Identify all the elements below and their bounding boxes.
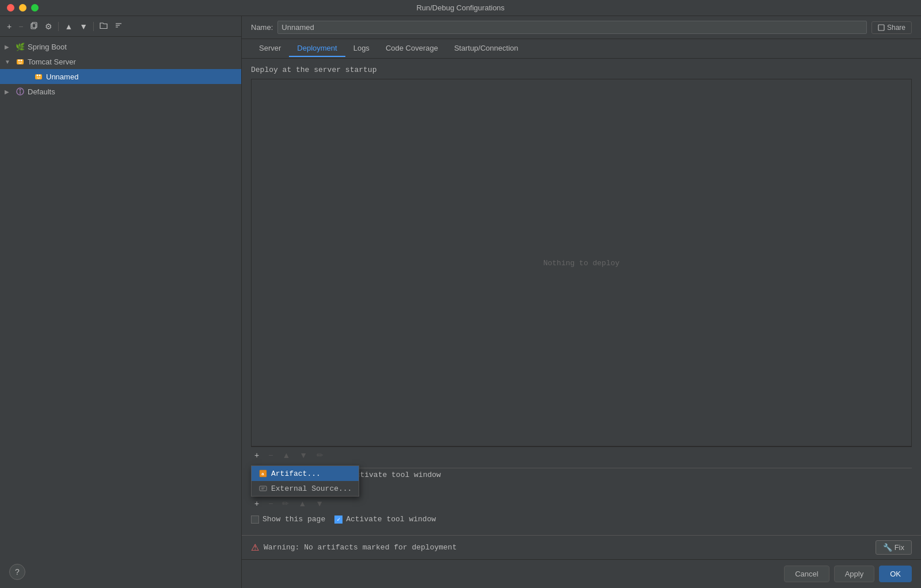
nothing-to-deploy-text: Nothing to deploy	[543, 258, 620, 267]
external-source-label: External Source...	[271, 484, 352, 493]
bl-remove-button[interactable]: −	[265, 498, 276, 509]
tab-logs[interactable]: Logs	[345, 40, 378, 57]
show-page-checkbox[interactable]	[251, 516, 259, 524]
move-up-button[interactable]: ▲	[62, 21, 75, 32]
window-title: Run/Debug Configurations	[416, 3, 504, 12]
defaults-label: Defaults	[28, 87, 55, 96]
svg-point-12	[20, 89, 21, 91]
warning-bar: ⚠ Warning: No artifacts marked for deplo…	[242, 535, 921, 559]
dropdown-external-source-item[interactable]: External Source...	[252, 481, 359, 496]
defaults-icon	[15, 86, 25, 97]
artifact-icon: a	[258, 469, 268, 478]
svg-point-6	[18, 60, 20, 62]
sidebar-item-defaults[interactable]: ▶ Defaults	[0, 84, 241, 99]
deploy-up-button[interactable]: ▲	[279, 449, 294, 461]
fix-icon: 🔧	[883, 543, 892, 552]
svg-point-10	[39, 75, 41, 77]
tab-startup-connection[interactable]: Startup/Connection	[446, 40, 526, 57]
activate-tool-window-option[interactable]: ✓ Activate tool window	[334, 515, 436, 524]
fix-button[interactable]: 🔧 Fix	[876, 540, 912, 555]
share-button[interactable]: Share	[871, 21, 912, 34]
bl-up-button[interactable]: ▲	[295, 498, 310, 509]
action-bar: Cancel Apply OK	[242, 559, 921, 588]
deploy-dropdown-menu: a Artifact... External Source...	[251, 465, 359, 497]
unnamed-icon	[33, 71, 44, 82]
remove-config-button[interactable]: −	[16, 21, 25, 32]
svg-point-9	[37, 75, 39, 77]
tab-code-coverage[interactable]: Code Coverage	[378, 40, 446, 57]
toolbar-separator	[58, 22, 59, 31]
warning-text: Warning: No artifacts marked for deploym…	[264, 543, 871, 552]
sidebar-toolbar: + − ⚙ ▲ ▼	[0, 16, 241, 37]
window-controls[interactable]	[7, 4, 39, 12]
sidebar-item-unnamed[interactable]: Unnamed	[0, 69, 241, 84]
deploy-toolbar: + − ▲ ▼ ✏ a Artifact...	[251, 446, 912, 463]
tomcat-icon	[15, 56, 25, 67]
activate-tool-window-label: Activate tool window	[346, 515, 436, 524]
settings-config-button[interactable]: ⚙	[43, 21, 55, 32]
svg-rect-13	[878, 25, 884, 30]
title-bar: Run/Debug Configurations	[0, 0, 921, 16]
right-panel: Name: Share Server Deployment Logs Code …	[242, 16, 921, 588]
cancel-button[interactable]: Cancel	[784, 566, 829, 582]
name-input[interactable]	[277, 21, 867, 34]
spring-boot-icon: 🌿	[15, 41, 25, 52]
external-source-icon	[258, 484, 268, 493]
add-config-button[interactable]: +	[5, 21, 14, 32]
tree-arrow-spring-boot: ▶	[5, 44, 14, 50]
deploy-edit-button[interactable]: ✏	[313, 449, 327, 461]
ok-button[interactable]: OK	[879, 566, 912, 582]
artifact-label: Artifact...	[271, 469, 321, 478]
spring-boot-label: Spring Boot	[28, 43, 67, 51]
bl-down-button[interactable]: ▼	[312, 498, 327, 509]
move-down-button[interactable]: ▼	[77, 21, 90, 32]
svg-rect-1	[32, 22, 37, 28]
warning-icon: ⚠	[251, 542, 259, 553]
bl-edit-button[interactable]: ✏	[279, 498, 292, 509]
tabs-row: Server Deployment Logs Code Coverage Sta…	[242, 39, 921, 59]
sidebar: + − ⚙ ▲ ▼ ▶ 🌿 Spring Boot	[0, 16, 242, 588]
name-row: Name: Share	[242, 16, 921, 39]
tree-arrow-defaults: ▶	[5, 89, 14, 95]
show-page-option[interactable]: Show this page	[251, 515, 325, 524]
bottom-options: Show this page ✓ Activate tool window	[251, 510, 912, 528]
before-launch-toolbar: + − ✏ ▲ ▼	[251, 497, 912, 510]
tree-arrow-tomcat: ▼	[5, 59, 14, 65]
dropdown-artifact-item[interactable]: a Artifact...	[252, 466, 359, 481]
close-button[interactable]	[7, 4, 14, 12]
activate-tool-window-checkbox[interactable]: ✓	[334, 516, 342, 524]
tab-deployment[interactable]: Deployment	[289, 40, 345, 57]
create-folder-button[interactable]	[97, 20, 110, 32]
minimize-button[interactable]	[19, 4, 26, 12]
sidebar-item-spring-boot[interactable]: ▶ 🌿 Spring Boot	[0, 39, 241, 54]
toolbar-separator-2	[93, 22, 94, 31]
bl-add-button[interactable]: +	[251, 498, 262, 509]
name-label: Name:	[251, 23, 273, 32]
svg-rect-16	[260, 486, 267, 491]
svg-point-7	[21, 60, 22, 62]
fix-label: Fix	[895, 543, 904, 552]
tab-server[interactable]: Server	[251, 40, 289, 57]
maximize-button[interactable]	[31, 4, 39, 12]
sidebar-tree: ▶ 🌿 Spring Boot ▼ Tomcat Server Unnamed	[0, 37, 241, 588]
deploy-remove-button[interactable]: −	[265, 449, 276, 461]
svg-rect-8	[35, 74, 42, 79]
svg-rect-0	[31, 24, 36, 29]
deploy-down-button[interactable]: ▼	[296, 449, 311, 461]
deploy-add-button[interactable]: +	[251, 449, 262, 461]
main-container: + − ⚙ ▲ ▼ ▶ 🌿 Spring Boot	[0, 16, 921, 588]
content-area: Deploy at the server startup Nothing to …	[242, 59, 921, 535]
sidebar-item-tomcat-server[interactable]: ▼ Tomcat Server	[0, 54, 241, 69]
copy-config-button[interactable]	[28, 20, 40, 32]
sort-button[interactable]	[112, 20, 125, 32]
svg-text:a: a	[261, 471, 264, 476]
svg-rect-5	[17, 59, 24, 64]
share-label: Share	[887, 24, 905, 32]
deploy-list: Nothing to deploy	[251, 79, 912, 446]
help-button[interactable]: ?	[9, 564, 25, 580]
tomcat-label: Tomcat Server	[28, 58, 76, 66]
unnamed-label: Unnamed	[46, 72, 78, 81]
apply-button[interactable]: Apply	[834, 566, 875, 582]
show-page-label: Show this page	[262, 515, 325, 524]
deploy-label: Deploy at the server startup	[251, 66, 912, 74]
